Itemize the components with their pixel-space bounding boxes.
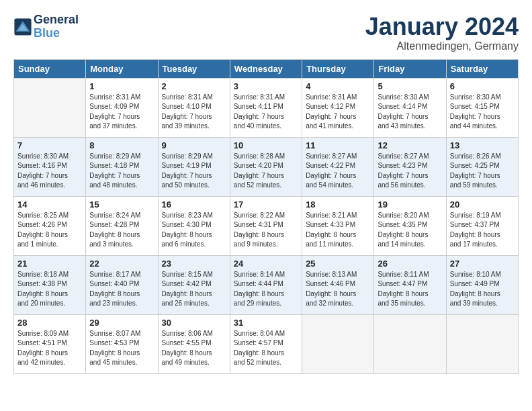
calendar-day-cell — [14, 78, 86, 137]
calendar-day-cell: 13Sunrise: 8:26 AMSunset: 4:25 PMDayligh… — [446, 137, 518, 196]
calendar-day-cell: 3Sunrise: 8:31 AMSunset: 4:11 PMDaylight… — [230, 78, 302, 137]
day-info: Sunrise: 8:23 AMSunset: 4:30 PMDaylight:… — [162, 211, 226, 250]
logo-icon — [13, 17, 32, 36]
day-info: Sunrise: 8:28 AMSunset: 4:20 PMDaylight:… — [234, 152, 298, 191]
day-info: Sunrise: 8:30 AMSunset: 4:16 PMDaylight:… — [17, 152, 82, 191]
calendar-week-row: 1Sunrise: 8:31 AMSunset: 4:09 PMDaylight… — [14, 78, 519, 137]
weekday-header-sunday: Sunday — [14, 59, 86, 78]
calendar-day-cell: 31Sunrise: 8:04 AMSunset: 4:57 PMDayligh… — [230, 314, 302, 373]
day-number: 28 — [17, 318, 82, 328]
day-number: 11 — [306, 140, 370, 150]
calendar-day-cell: 10Sunrise: 8:28 AMSunset: 4:20 PMDayligh… — [230, 137, 302, 196]
logo: GeneralBlue — [13, 13, 79, 40]
day-info: Sunrise: 8:19 AMSunset: 4:37 PMDaylight:… — [450, 211, 515, 250]
calendar-day-cell — [374, 314, 446, 373]
calendar-day-cell: 11Sunrise: 8:27 AMSunset: 4:22 PMDayligh… — [302, 137, 374, 196]
calendar-day-cell: 4Sunrise: 8:31 AMSunset: 4:12 PMDaylight… — [302, 78, 374, 137]
day-info: Sunrise: 8:09 AMSunset: 4:51 PMDaylight:… — [17, 329, 82, 368]
month-title: January 2024 — [365, 13, 519, 40]
day-number: 18 — [306, 199, 370, 210]
day-number: 8 — [89, 140, 154, 150]
weekday-header-saturday: Saturday — [446, 59, 518, 78]
day-info: Sunrise: 8:18 AMSunset: 4:38 PMDaylight:… — [17, 270, 82, 309]
calendar-day-cell: 24Sunrise: 8:14 AMSunset: 4:44 PMDayligh… — [230, 255, 302, 314]
day-number: 17 — [234, 199, 298, 210]
day-number: 4 — [306, 81, 370, 91]
day-number: 20 — [450, 199, 515, 210]
day-number: 14 — [17, 199, 82, 210]
calendar-day-cell: 23Sunrise: 8:15 AMSunset: 4:42 PMDayligh… — [158, 255, 230, 314]
day-info: Sunrise: 8:11 AMSunset: 4:47 PMDaylight:… — [378, 270, 442, 309]
day-info: Sunrise: 8:27 AMSunset: 4:23 PMDaylight:… — [378, 152, 442, 191]
day-number: 22 — [89, 259, 154, 269]
day-number: 19 — [378, 199, 442, 210]
calendar-table: SundayMondayTuesdayWednesdayThursdayFrid… — [13, 59, 519, 374]
calendar-week-row: 7Sunrise: 8:30 AMSunset: 4:16 PMDaylight… — [14, 137, 519, 196]
calendar-week-row: 28Sunrise: 8:09 AMSunset: 4:51 PMDayligh… — [14, 314, 519, 373]
day-info: Sunrise: 8:31 AMSunset: 4:09 PMDaylight:… — [89, 93, 154, 132]
weekday-header-friday: Friday — [374, 59, 446, 78]
day-info: Sunrise: 8:27 AMSunset: 4:22 PMDaylight:… — [306, 152, 370, 191]
day-info: Sunrise: 8:17 AMSunset: 4:40 PMDaylight:… — [89, 270, 154, 309]
calendar-day-cell: 17Sunrise: 8:22 AMSunset: 4:31 PMDayligh… — [230, 196, 302, 255]
day-info: Sunrise: 8:14 AMSunset: 4:44 PMDaylight:… — [234, 270, 298, 309]
day-number: 21 — [17, 259, 82, 269]
logo-text: GeneralBlue — [34, 13, 79, 40]
calendar-day-cell: 6Sunrise: 8:30 AMSunset: 4:15 PMDaylight… — [446, 78, 518, 137]
weekday-header-wednesday: Wednesday — [230, 59, 302, 78]
calendar-day-cell — [446, 314, 518, 373]
day-number: 26 — [378, 259, 442, 269]
day-info: Sunrise: 8:06 AMSunset: 4:55 PMDaylight:… — [162, 329, 226, 368]
weekday-header-thursday: Thursday — [302, 59, 374, 78]
calendar-day-cell: 9Sunrise: 8:29 AMSunset: 4:19 PMDaylight… — [158, 137, 230, 196]
calendar-day-cell: 2Sunrise: 8:31 AMSunset: 4:10 PMDaylight… — [158, 78, 230, 137]
day-number: 27 — [450, 259, 515, 269]
calendar-day-cell: 7Sunrise: 8:30 AMSunset: 4:16 PMDaylight… — [14, 137, 86, 196]
calendar-day-cell: 19Sunrise: 8:20 AMSunset: 4:35 PMDayligh… — [374, 196, 446, 255]
day-number: 24 — [234, 259, 298, 269]
day-number: 16 — [162, 199, 226, 210]
day-number: 15 — [89, 199, 154, 210]
calendar-day-cell: 28Sunrise: 8:09 AMSunset: 4:51 PMDayligh… — [14, 314, 86, 373]
day-number: 31 — [234, 318, 298, 328]
day-info: Sunrise: 8:26 AMSunset: 4:25 PMDaylight:… — [450, 152, 515, 191]
day-number: 23 — [162, 259, 226, 269]
calendar-day-cell: 20Sunrise: 8:19 AMSunset: 4:37 PMDayligh… — [446, 196, 518, 255]
day-info: Sunrise: 8:29 AMSunset: 4:18 PMDaylight:… — [89, 152, 154, 191]
day-info: Sunrise: 8:07 AMSunset: 4:53 PMDaylight:… — [89, 329, 154, 368]
calendar-day-cell: 12Sunrise: 8:27 AMSunset: 4:23 PMDayligh… — [374, 137, 446, 196]
calendar-day-cell: 29Sunrise: 8:07 AMSunset: 4:53 PMDayligh… — [86, 314, 158, 373]
weekday-header-row: SundayMondayTuesdayWednesdayThursdayFrid… — [14, 59, 519, 78]
day-info: Sunrise: 8:25 AMSunset: 4:26 PMDaylight:… — [17, 211, 82, 250]
calendar-day-cell: 8Sunrise: 8:29 AMSunset: 4:18 PMDaylight… — [86, 137, 158, 196]
day-number: 2 — [162, 81, 226, 91]
day-number: 29 — [89, 318, 154, 328]
day-info: Sunrise: 8:13 AMSunset: 4:46 PMDaylight:… — [306, 270, 370, 309]
day-info: Sunrise: 8:15 AMSunset: 4:42 PMDaylight:… — [162, 270, 226, 309]
day-info: Sunrise: 8:30 AMSunset: 4:14 PMDaylight:… — [378, 93, 442, 132]
calendar-day-cell: 26Sunrise: 8:11 AMSunset: 4:47 PMDayligh… — [374, 255, 446, 314]
weekday-header-tuesday: Tuesday — [158, 59, 230, 78]
calendar-day-cell: 1Sunrise: 8:31 AMSunset: 4:09 PMDaylight… — [86, 78, 158, 137]
page-header: GeneralBlue January 2024 Altenmedingen, … — [13, 13, 519, 52]
day-number: 10 — [234, 140, 298, 150]
calendar-day-cell: 21Sunrise: 8:18 AMSunset: 4:38 PMDayligh… — [14, 255, 86, 314]
calendar-day-cell: 27Sunrise: 8:10 AMSunset: 4:49 PMDayligh… — [446, 255, 518, 314]
day-number: 13 — [450, 140, 515, 150]
day-number: 9 — [162, 140, 226, 150]
calendar-day-cell — [302, 314, 374, 373]
day-number: 3 — [234, 81, 298, 91]
calendar-week-row: 21Sunrise: 8:18 AMSunset: 4:38 PMDayligh… — [14, 255, 519, 314]
day-info: Sunrise: 8:31 AMSunset: 4:11 PMDaylight:… — [234, 93, 298, 132]
calendar-title-area: January 2024 Altenmedingen, Germany — [365, 13, 519, 52]
day-info: Sunrise: 8:29 AMSunset: 4:19 PMDaylight:… — [162, 152, 226, 191]
day-info: Sunrise: 8:22 AMSunset: 4:31 PMDaylight:… — [234, 211, 298, 250]
day-number: 1 — [89, 81, 154, 91]
calendar-day-cell: 18Sunrise: 8:21 AMSunset: 4:33 PMDayligh… — [302, 196, 374, 255]
calendar-day-cell: 15Sunrise: 8:24 AMSunset: 4:28 PMDayligh… — [86, 196, 158, 255]
day-info: Sunrise: 8:20 AMSunset: 4:35 PMDaylight:… — [378, 211, 442, 250]
day-info: Sunrise: 8:04 AMSunset: 4:57 PMDaylight:… — [234, 329, 298, 368]
weekday-header-monday: Monday — [86, 59, 158, 78]
day-number: 5 — [378, 81, 442, 91]
day-number: 12 — [378, 140, 442, 150]
